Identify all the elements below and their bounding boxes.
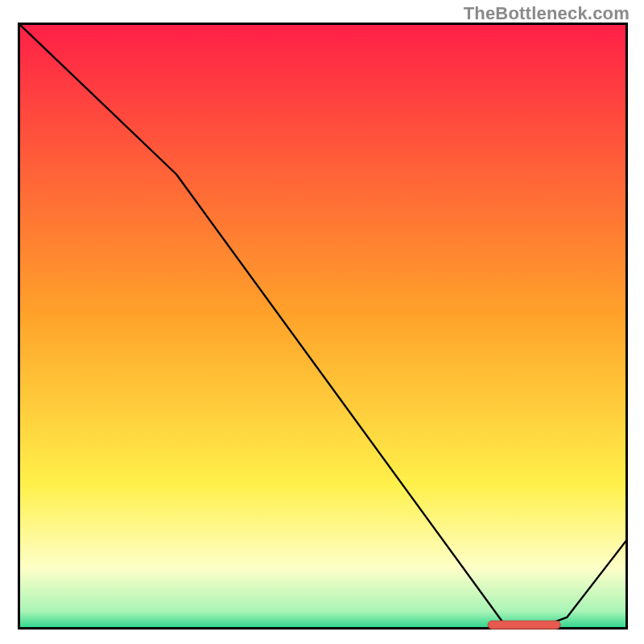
chart-container: TheBottleneck.com <box>0 0 644 644</box>
chart-plot <box>18 23 628 630</box>
svg-rect-2 <box>488 621 560 629</box>
attribution-label: TheBottleneck.com <box>464 3 630 24</box>
chart-svg <box>18 23 628 630</box>
svg-rect-0 <box>18 23 628 630</box>
